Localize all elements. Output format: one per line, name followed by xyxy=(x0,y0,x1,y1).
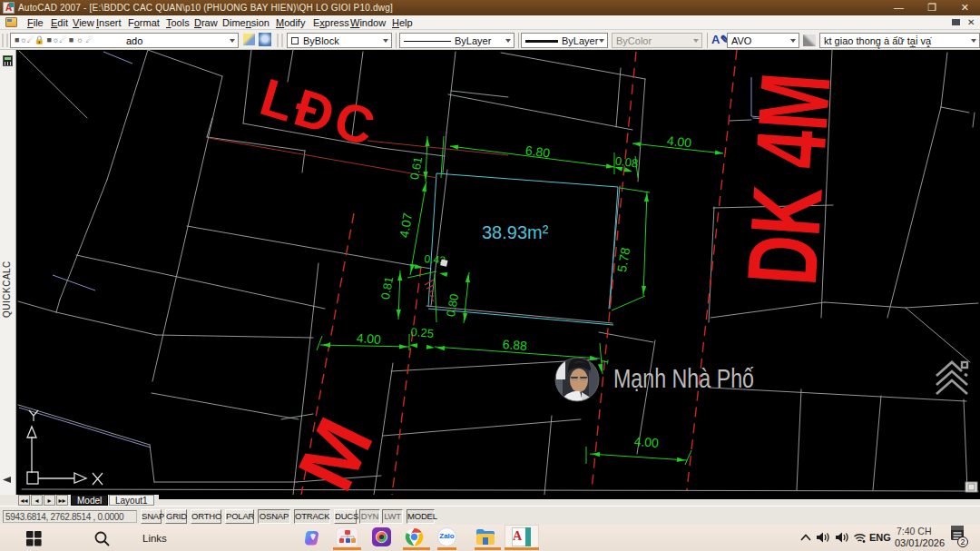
svg-text:4.00: 4.00 xyxy=(633,434,660,450)
svg-text:38.93m²: 38.93m² xyxy=(482,222,549,242)
svg-text:Mạnh Nhà Phố: Mạnh Nhà Phố xyxy=(613,364,754,393)
svg-text:0.25: 0.25 xyxy=(410,325,434,340)
svg-text:DK 4M: DK 4M xyxy=(726,69,851,288)
svg-text:6.80: 6.80 xyxy=(524,143,551,160)
svg-text:4.00: 4.00 xyxy=(666,133,692,151)
svg-text:4.00: 4.00 xyxy=(356,330,382,347)
svg-text:6.88: 6.88 xyxy=(502,337,528,353)
svg-text:0.08: 0.08 xyxy=(614,154,639,171)
